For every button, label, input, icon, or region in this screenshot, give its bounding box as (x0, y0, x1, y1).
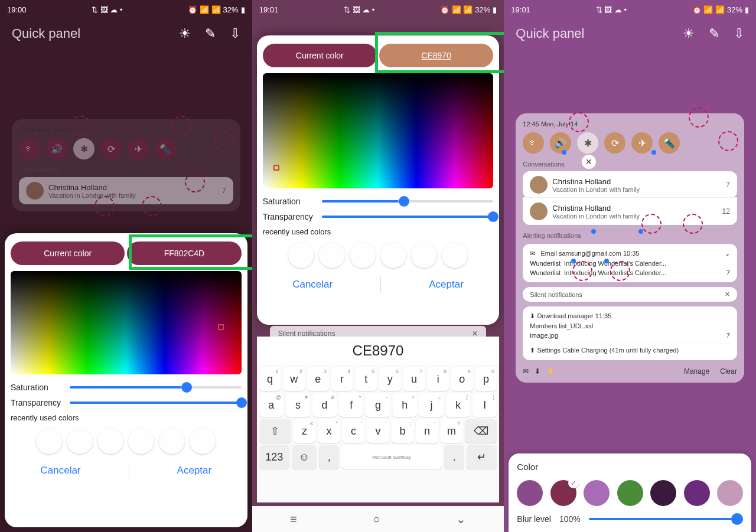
airplane-icon: ✈ (631, 132, 653, 154)
key-i[interactable]: i8 (427, 367, 449, 391)
clear-button[interactable]: Clear (720, 367, 737, 376)
key-a[interactable]: a@ (259, 393, 284, 417)
recent-color[interactable] (159, 428, 185, 454)
recent-color[interactable] (128, 428, 154, 454)
key-b[interactable]: b; (392, 419, 414, 443)
recent-color[interactable] (319, 242, 345, 268)
key-o[interactable]: o9 (451, 367, 473, 391)
key-j[interactable]: j= (419, 393, 444, 417)
key-q[interactable]: q1 (259, 367, 281, 391)
numeric-key[interactable]: 123 (259, 445, 289, 469)
hex-input[interactable]: CE8970 (257, 337, 500, 365)
saturation-slider[interactable] (322, 200, 494, 203)
recent-color[interactable] (380, 242, 406, 268)
nav-back[interactable]: ⌄ (456, 512, 466, 526)
key-x[interactable]: x" (318, 419, 340, 443)
nav-home[interactable]: ○ (373, 513, 380, 526)
recent-color[interactable] (442, 242, 468, 268)
key-f[interactable]: f* (339, 393, 363, 417)
avatar (530, 203, 548, 220)
space-key[interactable]: Microsoft SwiftKey (341, 445, 442, 469)
status-bar: 19:01 ⇅ 🖼 ☁ • ⏰ 📶 📶32%▮ (252, 0, 504, 19)
spectrum-picker[interactable] (263, 73, 494, 188)
comma-key[interactable]: , (319, 445, 339, 469)
edit-icon[interactable]: ✎ (205, 26, 216, 41)
sound-icon: 🔊 (46, 138, 67, 159)
key-y[interactable]: y6 (379, 367, 401, 391)
key-h[interactable]: h+ (393, 393, 417, 417)
color-swatch[interactable] (684, 480, 710, 506)
key-u[interactable]: u7 (403, 367, 425, 391)
key-t[interactable]: t5 (355, 367, 377, 391)
alert-group: ✉ Email samsung@gmail.com 10:35⌄ Wunderl… (523, 244, 737, 282)
panel-preview: 12:45 Mon, July 14 ᯤ 🔊 ✱ ⟳ ✈ 🔦 Conversat… (12, 119, 240, 211)
nav-bar[interactable]: ≡ ○ ⌄ (252, 506, 504, 532)
app-header: Quick panel ☀ ✎ ⇩ (504, 19, 756, 48)
rotate-icon: ⟳ (604, 132, 625, 154)
key-z[interactable]: z€ (294, 419, 316, 443)
key-k[interactable]: k( (446, 393, 470, 417)
key-g[interactable]: g- (366, 393, 390, 417)
status-bar: 19:00 ⇅ 🖼 ☁ • ⏰ 📶 📶32%▮ (0, 0, 252, 19)
key-p[interactable]: p0 (475, 367, 497, 391)
wifi-icon: ᯤ (19, 138, 40, 159)
accept-button[interactable]: Aceptar (165, 460, 224, 481)
flashlight-icon: 🔦 (659, 132, 680, 154)
color-swatch[interactable] (717, 480, 743, 506)
download-icon[interactable]: ⇩ (230, 26, 240, 41)
cancel-button[interactable]: Cancelar (281, 274, 344, 295)
dot-key[interactable]: . (444, 445, 464, 469)
color-code-button[interactable]: CE8970 (379, 44, 493, 67)
download-icon[interactable]: ⇩ (734, 26, 744, 41)
sound-icon: 🔊 (550, 132, 571, 154)
current-color-button[interactable]: Current color (11, 241, 125, 265)
airplane-icon: ✈ (128, 138, 149, 159)
key-n[interactable]: n! (416, 419, 438, 443)
color-swatch[interactable] (584, 480, 610, 506)
enter-key[interactable]: ↵ (467, 445, 497, 469)
bluetooth-icon: ✱ (577, 132, 598, 154)
key-e[interactable]: e3 (307, 367, 329, 391)
color-swatch[interactable] (650, 480, 676, 506)
edit-icon[interactable]: ✎ (709, 26, 719, 41)
panel-preview: 12:45 Mon, July 14 ᯤ 🔊 ✱ ⟳ ✈ 🔦 Conversat… (516, 113, 744, 383)
key-l[interactable]: l) (472, 393, 497, 417)
key-v[interactable]: v: (367, 419, 389, 443)
transparency-slider[interactable] (322, 216, 494, 218)
key-m[interactable]: m? (441, 419, 463, 443)
accept-button[interactable]: Aceptar (417, 274, 475, 295)
shift-key[interactable]: ⇧ (259, 419, 291, 443)
color-swatch[interactable] (617, 480, 643, 506)
keyboard[interactable]: CE8970 q1w2e3r4t5y6u7i8o9p0 a@s#d&f*g-h+… (257, 337, 500, 502)
emoji-key[interactable]: ☺ (292, 445, 317, 469)
saturation-slider[interactable] (70, 386, 242, 389)
key-d[interactable]: d& (312, 393, 337, 417)
transparency-slider[interactable] (70, 402, 242, 404)
recent-color[interactable] (350, 242, 376, 268)
rotate-icon: ⟳ (100, 138, 122, 159)
cancel-button[interactable]: Cancelar (29, 460, 93, 481)
color-swatch[interactable] (517, 480, 543, 506)
color-swatch[interactable] (550, 480, 576, 506)
recent-color[interactable] (288, 242, 314, 268)
nav-recent[interactable]: ≡ (290, 513, 297, 526)
brightness-icon[interactable]: ☀ (179, 26, 191, 41)
backspace-key[interactable]: ⌫ (465, 419, 497, 443)
spectrum-picker[interactable] (11, 271, 242, 374)
key-r[interactable]: r4 (331, 367, 353, 391)
notification-item: Christina HollandVacation in London with… (523, 197, 737, 225)
key-w[interactable]: w2 (283, 367, 305, 391)
page-title: Quick panel (516, 26, 584, 41)
key-s[interactable]: s# (286, 393, 310, 417)
recent-color[interactable] (411, 242, 437, 268)
brightness-icon[interactable]: ☀ (683, 26, 695, 41)
manage-button[interactable]: Manage (684, 367, 709, 376)
blur-slider[interactable] (589, 518, 743, 520)
color-code-button[interactable]: FF802C4D (127, 241, 241, 265)
recent-color[interactable] (190, 428, 216, 454)
key-c[interactable]: c' (343, 419, 365, 443)
recent-color[interactable] (67, 428, 93, 454)
current-color-button[interactable]: Current color (263, 44, 377, 67)
recent-color[interactable] (36, 428, 62, 454)
recent-color[interactable] (97, 428, 123, 454)
